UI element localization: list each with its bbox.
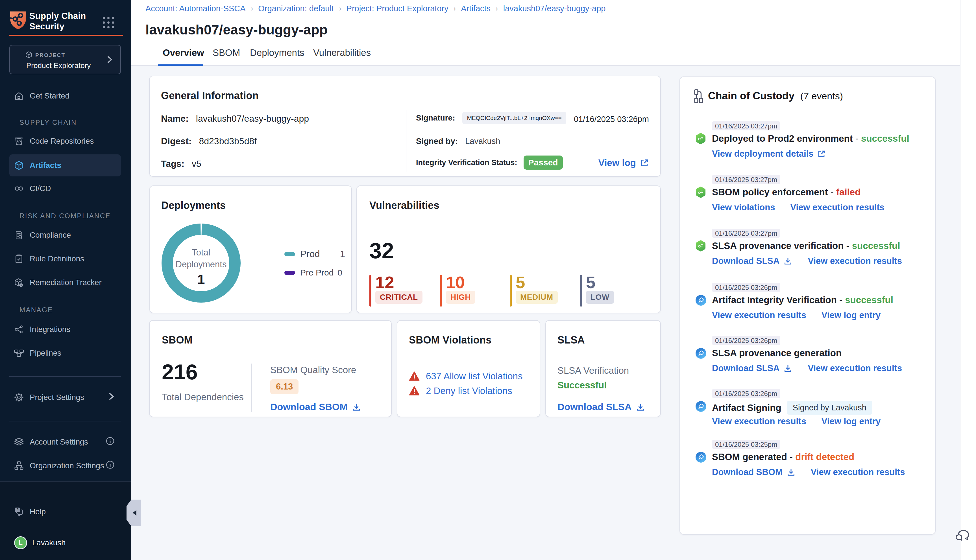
svg-text:?: ?: [17, 508, 18, 512]
